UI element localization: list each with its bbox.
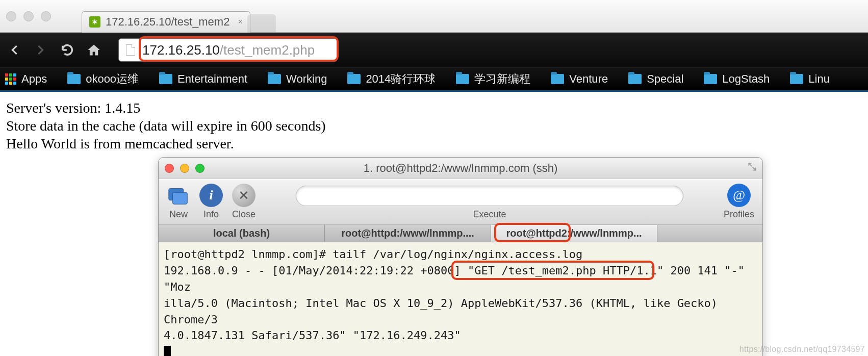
bookmark-item[interactable]: 学习新编程 xyxy=(456,71,530,87)
close-session-button[interactable]: ✕ Close xyxy=(232,184,256,220)
window-titlebar: ✶ 172.16.25.10/test_mem2 × xyxy=(0,0,868,33)
folder-icon xyxy=(551,74,564,84)
folder-icon xyxy=(159,74,172,84)
watermark: https://blog.csdn.net/qq19734597 xyxy=(739,345,865,354)
bookmark-item[interactable]: Working xyxy=(268,72,327,86)
terminal-text: 192.168.0.9 - - [01/May/2014:22:19:22 +0… xyxy=(164,264,468,277)
bookmark-label: Entertainment xyxy=(177,72,247,86)
bookmark-label: Venture xyxy=(569,72,608,86)
bookmark-item[interactable]: LogStash xyxy=(704,72,770,86)
address-bar[interactable]: 172.16.25.10/test_mem2.php xyxy=(118,38,338,62)
tab-title: 172.16.25.10/test_mem2 xyxy=(106,15,229,29)
bookmark-label: Working xyxy=(286,72,327,86)
url-path: /test_mem2.php xyxy=(220,42,315,58)
bookmark-label: 学习新编程 xyxy=(474,71,530,87)
close-window-button[interactable] xyxy=(6,11,16,21)
traffic-lights xyxy=(6,11,51,21)
bookmark-item[interactable]: Venture xyxy=(551,72,608,86)
terminal-toolbar: New i Info ✕ Close Execute @ Profiles xyxy=(159,179,762,225)
bookmark-item[interactable]: Linu xyxy=(790,72,830,86)
svg-rect-1 xyxy=(173,192,188,204)
forward-button[interactable] xyxy=(32,41,50,59)
zoom-window-button[interactable] xyxy=(41,11,51,21)
terminal-line: [root@httpd2 lnmmp.com]# tailf /var/log/… xyxy=(164,246,757,263)
minimize-window-button[interactable] xyxy=(23,11,34,21)
terminal-titlebar[interactable]: 1. root@httpd2:/www/lnmmp.com (ssh) xyxy=(159,158,762,179)
page-line: Hello World is from memcached server. xyxy=(6,135,862,152)
terminal-body[interactable]: [root@httpd2 lnmmp.com]# tailf /var/log/… xyxy=(159,242,762,356)
terminal-tab-label: root@httpd:/www/lnmmp.... xyxy=(341,227,474,239)
folder-icon xyxy=(347,74,361,84)
terminal-tab[interactable]: local (bash) xyxy=(159,225,325,242)
bookmark-item[interactable]: okooo运维 xyxy=(67,71,139,87)
browser-tab[interactable]: ✶ 172.16.25.10/test_mem2 × xyxy=(82,11,250,33)
terminal-line: 192.168.0.9 - - [01/May/2014:22:19:22 +0… xyxy=(164,263,757,295)
apps-button[interactable]: Apps xyxy=(5,72,47,86)
execute-input[interactable] xyxy=(296,186,683,206)
terminal-tab-label-part: /www/lnmmp... xyxy=(571,227,642,239)
bookmark-label: 2014骑行环球 xyxy=(366,71,436,87)
bookmark-item[interactable]: 2014骑行环球 xyxy=(347,71,436,87)
nav-toolbar: 172.16.25.10/test_mem2.php xyxy=(0,33,868,67)
bookmark-label: LogStash xyxy=(722,72,770,86)
bookmark-item[interactable]: Special xyxy=(628,72,683,86)
bookmark-label: Linu xyxy=(808,72,830,86)
apps-icon xyxy=(5,73,16,85)
url-host: 172.16.25.10 xyxy=(142,42,220,58)
apps-label: Apps xyxy=(21,72,47,86)
profiles-button[interactable]: @ Profiles xyxy=(724,184,754,220)
reload-button[interactable] xyxy=(58,41,76,59)
tool-label: New xyxy=(169,209,188,220)
new-session-button[interactable]: New xyxy=(167,184,190,220)
page-line: Server's version: 1.4.15 xyxy=(6,99,862,117)
terminal-line: illa/5.0 (Macintosh; Intel Mac OS X 10_9… xyxy=(164,295,757,328)
terminal-title: 1. root@httpd2:/www/lnmmp.com (ssh) xyxy=(159,162,762,175)
tool-label: Close xyxy=(232,209,256,220)
folder-icon xyxy=(704,74,717,84)
fullscreen-icon[interactable] xyxy=(747,162,757,174)
info-icon: i xyxy=(199,184,223,207)
bookmark-item[interactable]: Entertainment xyxy=(159,72,247,86)
new-session-icon xyxy=(167,184,190,207)
terminal-line: 4.0.1847.131 Safari/537.36" "172.16.249.… xyxy=(164,327,757,344)
execute-label: Execute xyxy=(473,209,506,220)
home-button[interactable] xyxy=(85,41,103,59)
info-button[interactable]: i Info xyxy=(199,184,223,220)
terminal-cursor xyxy=(164,346,171,356)
page-content: Server's version: 1.4.15 Store data in t… xyxy=(0,92,868,160)
profiles-icon: @ xyxy=(727,184,751,207)
bookmark-label: Special xyxy=(647,72,683,86)
page-line: Store data in the cache (data will expir… xyxy=(6,117,862,135)
terminal-tab-label: local (bash) xyxy=(213,227,270,239)
bookmark-label: okooo运维 xyxy=(86,71,139,87)
terminal-window: 1. root@httpd2:/www/lnmmp.com (ssh) New … xyxy=(158,157,763,356)
folder-icon xyxy=(456,74,469,84)
bookmarks-bar: Apps okooo运维 Entertainment Working 2014骑… xyxy=(0,67,868,92)
terminal-text-highlighted: "GET /test_mem2.php HTTP/1.1" xyxy=(468,264,663,277)
tool-label: Profiles xyxy=(724,209,754,220)
terminal-tab-active[interactable]: root@httpd2:/www/lnmmp... xyxy=(491,225,657,242)
close-icon: ✕ xyxy=(232,184,256,207)
folder-icon xyxy=(790,74,803,84)
tool-label: Info xyxy=(203,209,219,220)
new-tab-button[interactable] xyxy=(247,14,276,33)
folder-icon xyxy=(628,74,642,84)
terminal-tabs: local (bash) root@httpd:/www/lnmmp.... r… xyxy=(159,225,762,242)
folder-icon xyxy=(67,74,81,84)
folder-icon xyxy=(268,74,281,84)
page-icon xyxy=(126,44,135,56)
tab-close-button[interactable]: × xyxy=(238,17,242,27)
favicon-icon: ✶ xyxy=(89,16,100,28)
terminal-tab-label-part: root@httpd2: xyxy=(506,227,570,239)
back-button[interactable] xyxy=(5,41,23,59)
terminal-tab[interactable]: root@httpd:/www/lnmmp.... xyxy=(325,225,491,242)
